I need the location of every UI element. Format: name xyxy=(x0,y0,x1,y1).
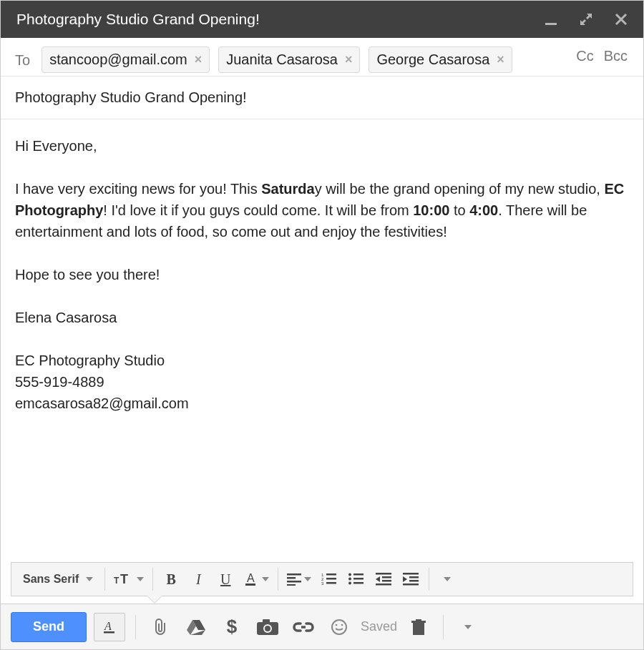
insert-money-button[interactable]: $ xyxy=(218,613,246,641)
more-formatting-button[interactable] xyxy=(434,566,461,593)
bullet-list-button[interactable] xyxy=(343,566,370,593)
chevron-down-icon xyxy=(444,577,451,581)
recipient-text: George Casarosa xyxy=(376,51,489,68)
close-icon[interactable] xyxy=(615,13,628,26)
svg-rect-0 xyxy=(545,23,557,25)
italic-button[interactable]: I xyxy=(185,566,212,593)
svg-rect-6 xyxy=(245,583,255,586)
expand-icon[interactable] xyxy=(579,12,593,26)
chevron-down-icon xyxy=(304,577,311,581)
align-button[interactable] xyxy=(283,566,316,593)
text-color-button[interactable]: A xyxy=(239,566,273,593)
window-controls xyxy=(545,12,628,26)
svg-point-41 xyxy=(265,626,270,631)
svg-rect-30 xyxy=(409,576,419,578)
more-options-button[interactable] xyxy=(454,613,482,641)
insert-link-button[interactable] xyxy=(289,613,318,641)
drive-button[interactable] xyxy=(182,613,210,641)
svg-rect-20 xyxy=(353,578,364,580)
svg-text:A: A xyxy=(104,620,112,632)
svg-rect-27 xyxy=(376,583,391,586)
svg-point-44 xyxy=(341,624,343,626)
svg-rect-45 xyxy=(413,623,424,635)
font-size-button[interactable]: TT xyxy=(109,566,148,593)
indent-more-button[interactable] xyxy=(397,566,424,593)
svg-rect-10 xyxy=(287,584,296,586)
svg-rect-25 xyxy=(382,576,391,578)
send-button[interactable]: Send xyxy=(11,612,87,642)
window-title: Photography Studio Grand Opening! xyxy=(16,11,260,28)
body-paragraph: I have very exciting news for you! This … xyxy=(15,178,629,242)
remove-recipient-icon[interactable]: × xyxy=(195,52,203,67)
recipient-chips: stancoop@gmail.com × Juanita Casarosa × … xyxy=(42,46,629,73)
signature-company: EC Photography Studio xyxy=(15,350,629,371)
compose-window: Photography Studio Grand Opening! To sta… xyxy=(0,0,644,650)
svg-marker-24 xyxy=(376,576,380,582)
svg-rect-39 xyxy=(263,619,270,624)
chevron-down-icon xyxy=(262,577,269,581)
svg-rect-16 xyxy=(326,582,336,584)
font-family-button[interactable]: Sans Serif xyxy=(16,566,100,593)
svg-marker-29 xyxy=(403,576,407,582)
bcc-button[interactable]: Bcc xyxy=(604,48,628,64)
svg-rect-12 xyxy=(326,573,336,576)
svg-rect-23 xyxy=(376,573,391,575)
remove-recipient-icon[interactable]: × xyxy=(497,52,504,67)
body-greeting: Hi Everyone, xyxy=(15,135,629,157)
recipient-chip[interactable]: Juanita Casarosa × xyxy=(218,46,360,73)
subject-field[interactable]: Photography Studio Grand Opening! xyxy=(1,77,643,119)
underline-button[interactable]: U xyxy=(212,566,239,593)
discard-draft-button[interactable] xyxy=(404,613,433,641)
svg-point-43 xyxy=(336,624,338,626)
svg-rect-47 xyxy=(416,619,421,621)
svg-rect-7 xyxy=(287,573,301,576)
separator xyxy=(443,615,444,639)
recipient-chip[interactable]: stancoop@gmail.com × xyxy=(42,46,210,73)
svg-rect-34 xyxy=(104,631,114,634)
formatting-toggle-button[interactable]: A xyxy=(94,613,125,641)
svg-rect-18 xyxy=(353,573,364,576)
svg-point-17 xyxy=(348,573,351,576)
svg-text:A: A xyxy=(247,572,255,584)
svg-rect-22 xyxy=(353,582,364,584)
recipient-chip[interactable]: George Casarosa × xyxy=(369,46,512,73)
signature-name: Elena Casarosa xyxy=(15,307,629,328)
bold-button[interactable]: B xyxy=(157,566,185,593)
insert-photo-button[interactable] xyxy=(253,613,282,641)
numbered-list-button[interactable]: 123 xyxy=(316,566,343,593)
recipient-text: stancoop@gmail.com xyxy=(49,51,187,68)
svg-marker-2 xyxy=(580,19,586,25)
separator xyxy=(278,568,278,591)
recipient-text: Juanita Casarosa xyxy=(226,51,338,68)
minimize-icon[interactable] xyxy=(545,13,557,26)
chevron-down-icon xyxy=(137,577,144,581)
svg-text:T: T xyxy=(120,572,128,586)
svg-marker-1 xyxy=(586,14,592,19)
to-label: To xyxy=(15,46,30,69)
cc-button[interactable]: Cc xyxy=(576,48,593,64)
svg-point-19 xyxy=(348,578,351,581)
titlebar: Photography Studio Grand Opening! xyxy=(1,1,643,38)
cc-bcc-controls: Cc Bcc xyxy=(576,48,628,64)
chevron-down-icon xyxy=(464,625,472,629)
svg-rect-31 xyxy=(409,580,419,582)
svg-rect-8 xyxy=(287,577,296,579)
body-closing: Hope to see you there! xyxy=(15,264,629,285)
remove-recipient-icon[interactable]: × xyxy=(345,52,353,67)
svg-rect-28 xyxy=(403,573,419,575)
svg-text:T: T xyxy=(114,576,119,586)
to-section[interactable]: To stancoop@gmail.com × Juanita Casarosa… xyxy=(1,38,643,77)
attach-file-button[interactable] xyxy=(146,613,175,641)
indent-less-button[interactable] xyxy=(370,566,397,593)
svg-point-21 xyxy=(348,582,351,585)
svg-point-42 xyxy=(332,620,346,634)
signature-phone: 555-919-4889 xyxy=(15,371,629,393)
svg-text:3: 3 xyxy=(321,581,324,586)
insert-emoji-button[interactable] xyxy=(325,613,353,641)
message-body[interactable]: Hi Everyone, I have very exciting news f… xyxy=(1,119,643,562)
separator xyxy=(152,568,153,591)
svg-rect-9 xyxy=(287,581,301,583)
separator xyxy=(429,568,429,591)
svg-rect-26 xyxy=(382,580,391,582)
font-family-label: Sans Serif xyxy=(23,573,79,586)
